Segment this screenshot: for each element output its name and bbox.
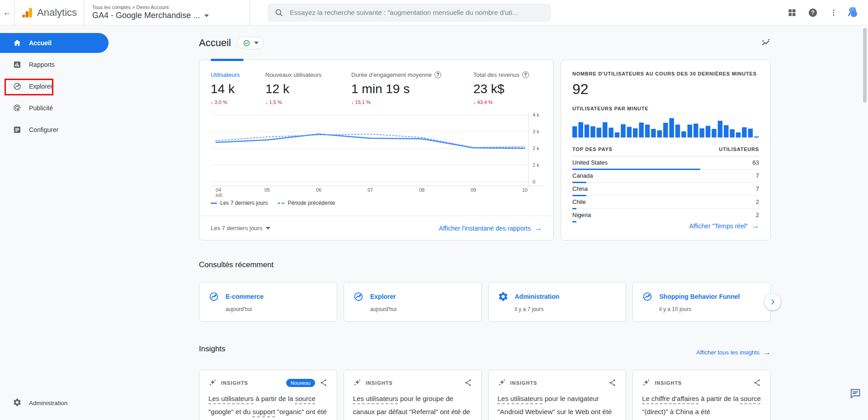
date-range-selector[interactable]: Les 7 derniers jours xyxy=(211,225,270,231)
chevron-right-icon xyxy=(769,298,777,306)
share-icon[interactable] xyxy=(753,378,761,387)
recent-card-time: il y a 7 jours xyxy=(515,306,617,312)
sidebar-item-label: Configurer xyxy=(29,126,58,133)
account-switcher[interactable]: Tous les comptes > Demo Account GA4 - Go… xyxy=(84,3,250,22)
down-arrow-icon: ↓ xyxy=(351,99,354,105)
country-name: Nigeria xyxy=(572,212,591,222)
svg-text:0: 0 xyxy=(533,179,535,184)
apps-grid-icon xyxy=(788,8,797,17)
insights-label: INSIGHTS xyxy=(510,380,538,386)
sidebar-item-administration[interactable]: Administration xyxy=(0,398,68,408)
all-insights-link[interactable]: Afficher tous les insights→ xyxy=(696,349,771,356)
insights-trend-button[interactable] xyxy=(761,38,771,48)
insight-card[interactable]: INSIGHTSLes utilisateurs pour le navigat… xyxy=(488,370,627,420)
metric-label: Utilisateurs xyxy=(211,71,265,78)
country-name: Chile xyxy=(572,198,586,208)
help-icon: ? xyxy=(808,8,818,18)
explore-icon xyxy=(642,291,653,302)
svg-text:4 k: 4 k xyxy=(533,112,539,118)
metric-value: 14 k xyxy=(211,82,265,96)
sidebar-item-publicite[interactable]: Publicité xyxy=(0,98,108,118)
share-icon[interactable] xyxy=(464,378,472,387)
metric-total-revenus[interactable]: Total des revenus? 23 k$ ↓ 43,4 % xyxy=(473,71,542,105)
account-avatar[interactable] xyxy=(845,5,861,20)
main-content: Accueil Utilisateurs 14 k xyxy=(108,25,868,420)
snapshot-link[interactable]: Afficher l'instantané des rapports→ xyxy=(439,224,542,232)
account-name: GA4 - Google Merchandise ... xyxy=(92,11,200,20)
sidebar-item-explorer[interactable]: Explorer xyxy=(0,76,108,96)
metric-delta: ↓ 3,0 % xyxy=(211,99,265,105)
arrow-right-icon: → xyxy=(534,224,542,232)
arrow-right-icon: → xyxy=(751,222,759,230)
sidebar-item-configurer[interactable]: Configurer xyxy=(0,120,108,140)
realtime-link[interactable]: Afficher "Temps réel"→ xyxy=(689,222,759,230)
svg-text:08: 08 xyxy=(419,187,425,193)
status-pill[interactable] xyxy=(237,37,264,49)
insight-card[interactable]: INSIGHTSLe chiffre d'affaires à partir d… xyxy=(632,370,771,420)
page-scrollbar[interactable] xyxy=(863,28,867,103)
help-icon[interactable]: ? xyxy=(522,71,529,78)
insight-card[interactable]: INSIGHTSLes utilisateurs pour le groupe … xyxy=(344,370,482,420)
insight-body: Le chiffre d'affaires à partir de la sou… xyxy=(642,392,761,420)
recent-cards-row: E-commerceaujourd'huiExploreraujourd'hui… xyxy=(199,282,771,322)
metric-value: 23 k$ xyxy=(473,82,542,96)
insight-text-term: Les utilisateurs xyxy=(353,395,398,402)
search-bar[interactable] xyxy=(267,4,551,22)
insight-text-term: Les utilisateurs xyxy=(498,395,543,402)
country-row: United States63 xyxy=(572,156,759,170)
recent-card[interactable]: Administrationil y a 7 jours xyxy=(488,282,627,322)
svg-text:juil.: juil. xyxy=(215,192,223,197)
sidebar-item-label: Publicité xyxy=(29,104,53,112)
country-users: 7 xyxy=(756,172,759,182)
metric-duree-engagement[interactable]: Durée d'engagement moyenne? 1 min 19 s ↓… xyxy=(351,71,473,105)
sidebar-item-rapports[interactable]: Rapports xyxy=(0,55,108,75)
more-menu-button[interactable] xyxy=(825,4,843,22)
insight-text: "(direct)" à China a été d'1 108 833 066… xyxy=(642,408,743,420)
metric-nouveaux-utilisateurs[interactable]: Nouveaux utilisateurs 12 k ↓ 1,5 % xyxy=(265,71,351,105)
legend-label: Période précédente xyxy=(288,200,335,206)
metric-utilisateurs[interactable]: Utilisateurs 14 k ↓ 3,0 % xyxy=(211,71,265,105)
sidebar-item-accueil[interactable]: Accueil xyxy=(0,33,108,53)
chart-legend: Les 7 derniers jours Période précédente xyxy=(211,200,542,206)
share-icon[interactable] xyxy=(608,378,617,387)
users-per-minute-bar-chart xyxy=(572,115,759,141)
country-row: Nigeria2 xyxy=(572,209,759,222)
trending-sparkle-icon xyxy=(761,38,771,48)
apps-grid-button[interactable] xyxy=(783,4,801,22)
legend-solid-swatch xyxy=(211,203,217,204)
carousel-next-button[interactable] xyxy=(764,294,781,310)
help-button[interactable]: ? xyxy=(804,4,822,22)
feedback-button[interactable] xyxy=(849,387,862,400)
recent-card[interactable]: Exploreraujourd'hui xyxy=(344,282,482,322)
insight-card[interactable]: INSIGHTSNouveauLes utilisateurs à partir… xyxy=(199,370,337,420)
back-button[interactable]: ← xyxy=(0,0,15,25)
insights-label: INSIGHTS xyxy=(366,380,393,386)
svg-text:09: 09 xyxy=(471,187,476,193)
metric-label: Nouveaux utilisateurs xyxy=(265,71,351,78)
insight-body: Les utilisateurs à partir de la source "… xyxy=(208,392,328,420)
active-metric-indicator xyxy=(211,59,244,61)
recent-card[interactable]: Shopping Behavior Funnelil y a 10 jours xyxy=(632,282,771,322)
recent-card[interactable]: E-commerceaujourd'hui xyxy=(199,282,337,322)
country-name: Canada xyxy=(572,172,593,182)
insight-text: "google" et du xyxy=(208,408,252,415)
metric-delta: ↓ 43,4 % xyxy=(473,99,542,105)
breadcrumb: Tous les comptes > Demo Account xyxy=(92,5,241,10)
explore-icon xyxy=(208,291,219,302)
brand[interactable]: Analytics xyxy=(15,7,84,19)
home-icon xyxy=(13,38,22,47)
share-icon[interactable] xyxy=(319,378,328,387)
metric-tabs: Utilisateurs 14 k ↓ 3,0 % Nouveaux utili… xyxy=(211,71,542,105)
insight-text-term: support xyxy=(252,408,275,415)
help-icon[interactable]: ? xyxy=(434,71,441,78)
insight-text-term: source xyxy=(295,395,316,402)
left-nav: Accueil Rapports Explorer Publicité Conf… xyxy=(0,25,108,420)
country-row: Canada7 xyxy=(572,170,759,183)
sidebar-item-label: Accueil xyxy=(29,39,52,47)
top-app-bar: ← Analytics Tous les comptes > Demo Acco… xyxy=(0,0,868,25)
sidebar-item-label: Explorer xyxy=(29,83,52,90)
check-circle-icon xyxy=(243,39,250,47)
search-input[interactable] xyxy=(289,8,544,17)
countries-table: United States63Canada7China7Chile2Nigeri… xyxy=(572,156,759,222)
country-row: China7 xyxy=(572,183,759,196)
